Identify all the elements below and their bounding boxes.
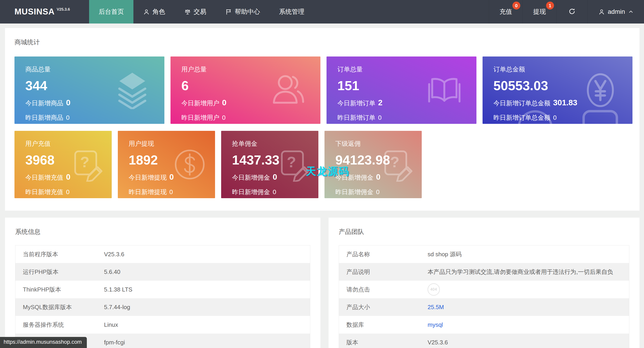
row-label: 请勿点击 [339, 286, 428, 294]
stat-card-title: 用户充值 [25, 139, 112, 148]
ghost-circle-icon [516, 109, 554, 124]
system-info-table: 当前程序版本V25.3.6运行PHP版本5.6.40ThinkPHP版本5.1.… [15, 245, 310, 348]
row-label: 当前程序版本 [16, 250, 104, 258]
stat-card-r2-2: 用户提现1892今日新增提现0昨日新增提现0 [118, 131, 215, 198]
yen-icon [581, 71, 619, 109]
stat-card-yesterday: 昨日新增用户0 [181, 113, 320, 122]
stat-card-yesterday: 昨日新增佣金0 [232, 188, 318, 196]
stat-card-yesterday: 昨日新增提现0 [129, 188, 215, 196]
nav-item-label: 后台首页 [98, 7, 124, 16]
row-label: 产品名称 [339, 250, 428, 258]
row-value: 5.6.40 [104, 269, 120, 275]
navbar: MUSINSA V25.3.6 后台首页角色交易帮助中心系统管理 充值0提现1 [0, 0, 644, 23]
stat-card-yesterday: 昨日新增商品0 [25, 113, 164, 122]
question-edit-icon: ? [69, 147, 104, 182]
table-row: 服务器操作系统Linux [16, 316, 310, 334]
stat-card-title: 下级返佣 [335, 139, 422, 148]
table-row: ThinkPHP版本5.1.38 LTS [16, 281, 310, 298]
refresh-icon [568, 8, 576, 16]
row-value: 5.1.38 LTS [104, 286, 132, 293]
recharge-button[interactable]: 充值0 [489, 0, 522, 23]
nav-right: 充值0提现1 admin [489, 0, 644, 23]
table-row: MySQL数据库版本5.7.44-log [16, 298, 310, 316]
stat-card-yesterday: 昨日新增充值0 [25, 188, 112, 196]
nav-item-4[interactable]: 帮助中心 [216, 0, 270, 23]
user-icon [598, 8, 605, 15]
logo-text: MUSINSA [14, 7, 55, 16]
table-row: 产品大小25.5M [339, 298, 629, 316]
stat-card-r1-1: 商品总量344今日新增商品0昨日新增商品0 [14, 56, 164, 124]
book-icon [425, 71, 463, 109]
nav-item-1[interactable]: 后台首页 [89, 0, 134, 23]
chevron-up-icon [628, 8, 634, 15]
stat-card-r2-1: 用户充值3968今日新增充值0昨日新增充值0? [14, 131, 112, 198]
product-team-panel: 产品团队 产品名称sd shop 源码产品说明本产品只为学习测试交流,请勿要做商… [328, 218, 640, 348]
question-edit-icon: ? [276, 147, 310, 182]
product-team-table: 产品名称sd shop 源码产品说明本产品只为学习测试交流,请勿要做商业或者用于… [339, 245, 629, 348]
scales-icon [184, 8, 191, 15]
404-badge[interactable]: 404 [428, 283, 440, 296]
admin-username: admin [608, 8, 625, 15]
row-value: fpm-fcgi [104, 339, 125, 346]
row-value: 5.7.44-log [104, 304, 130, 311]
logo[interactable]: MUSINSA V25.3.6 [0, 0, 89, 23]
stat-card-yesterday: 昨日新增佣金0 [335, 188, 422, 196]
flag-icon [225, 8, 232, 15]
person-icon [143, 8, 150, 15]
table-row: 运行PHP版本5.6.40 [16, 263, 310, 281]
bottom-panels: 系统信息 当前程序版本V25.3.6运行PHP版本5.6.40ThinkPHP版… [5, 218, 640, 348]
stat-card-r1-3: 订单总量151今日新增订单2昨日新增订单0 [326, 56, 476, 124]
question-edit-icon: ? [379, 147, 414, 182]
table-row: 版本V25.3.6 [339, 334, 629, 348]
watermark: 天龙源码 [306, 165, 349, 178]
value-link[interactable]: 25.5M [428, 304, 444, 311]
withdraw-label: 提现 [533, 7, 546, 16]
recharge-label: 充值 [500, 7, 512, 16]
refresh-button[interactable] [556, 0, 588, 23]
nav-items: 后台首页角色交易帮助中心系统管理 [89, 0, 314, 23]
stat-card-r1-4: 订单总金额50553.03今日新增订单总金额301.83昨日新增订单总金额0 [482, 56, 632, 124]
table-row: 产品说明本产品只为学习测试交流,请勿要做商业或者用于违法行为,一切后果自负 [339, 263, 629, 281]
stats-panel: 商城统计 商品总量344今日新增商品0昨日新增商品0用户总量6今日新增用户0昨日… [5, 28, 640, 211]
stat-card-r1-2: 用户总量6今日新增用户0昨日新增用户0 [170, 56, 320, 124]
withdraw-button[interactable]: 提现1 [522, 0, 556, 23]
row-value: V25.3.6 [428, 339, 448, 346]
ghost-card-icon [580, 108, 620, 124]
svg-text:?: ? [80, 153, 89, 170]
stat-card-yesterday: 昨日新增订单0 [338, 113, 476, 122]
nav-actions: 充值0提现1 [489, 0, 556, 23]
value-link[interactable]: mysql [428, 321, 443, 328]
logo-version: V25.3.6 [57, 7, 70, 12]
users-icon [269, 71, 307, 109]
stat-card-title: 用户提现 [129, 139, 215, 148]
row-label: 产品说明 [339, 268, 428, 276]
nav-item-5[interactable]: 系统管理 [270, 0, 314, 23]
status-url-tooltip: https://admin.musunsashop.com [0, 337, 87, 348]
layers-icon [113, 71, 151, 109]
table-row: 当前程序版本V25.3.6 [16, 245, 310, 263]
table-row: 产品名称sd shop 源码 [339, 245, 629, 263]
row-value: Linux [104, 321, 118, 328]
row-label: 产品大小 [339, 303, 428, 311]
row-label: 数据库 [339, 321, 428, 329]
row-label: 运行PHP版本 [16, 268, 104, 276]
stats-section-title: 商城统计 [14, 38, 632, 46]
row-label: 版本 [339, 339, 428, 347]
nav-item-label: 帮助中心 [235, 7, 260, 16]
nav-item-3[interactable]: 交易 [174, 0, 216, 23]
row-value: 本产品只为学习测试交流,请勿要做商业或者用于违法行为,一切后果自负 [428, 269, 613, 275]
row-label: ThinkPHP版本 [16, 286, 104, 294]
recharge-badge: 0 [512, 1, 520, 9]
row-label: MySQL数据库版本 [16, 303, 104, 311]
nav-item-label: 交易 [194, 7, 206, 16]
table-row: 请勿点击404 [339, 281, 629, 298]
row-label: 服务器操作系统 [16, 321, 104, 329]
svg-text:?: ? [287, 153, 296, 170]
admin-menu[interactable]: admin [588, 0, 644, 23]
row-value: sd shop 源码 [428, 251, 462, 258]
nav-item-label: 系统管理 [279, 7, 304, 16]
stat-card-r2-3: 抢单佣金1437.33今日新增佣金0昨日新增佣金0? [221, 131, 318, 198]
row-value: V25.3.6 [104, 251, 124, 258]
system-info-title: 系统信息 [15, 228, 310, 236]
nav-item-2[interactable]: 角色 [134, 0, 174, 23]
